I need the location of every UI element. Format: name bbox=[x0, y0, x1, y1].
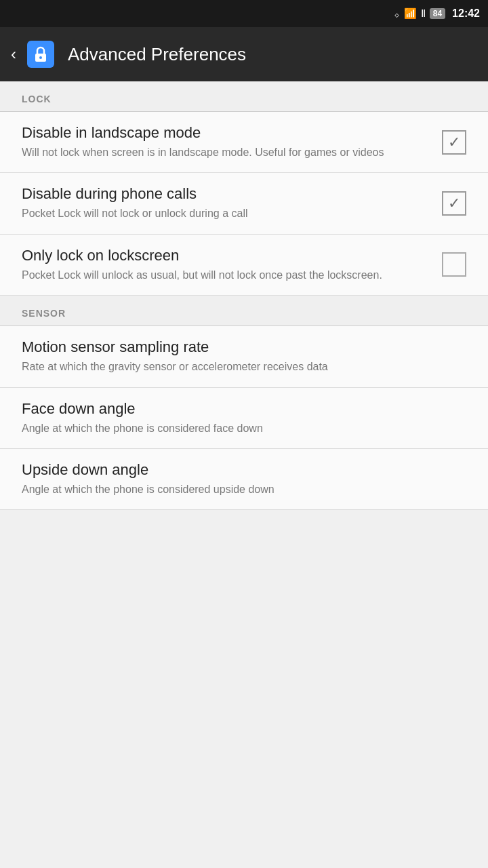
svg-point-1 bbox=[39, 56, 42, 59]
signal-icon: Ⅱ bbox=[421, 7, 426, 20]
setting-title-face-down-angle: Face down angle bbox=[22, 400, 453, 418]
bluetooth-icon: ⬦ bbox=[394, 8, 400, 20]
checkbox-only-lockscreen[interactable] bbox=[442, 252, 466, 277]
checkmark-disable-calls: ✓ bbox=[448, 195, 460, 212]
setting-subtitle-upside-down-angle: Angle at which the phone is considered u… bbox=[22, 482, 453, 497]
status-bar: ⬦ 📶 Ⅱ 84 12:42 bbox=[0, 0, 488, 27]
setting-title-disable-calls: Disable during phone calls bbox=[22, 185, 428, 203]
setting-title-motion-sampling: Motion sensor sampling rate bbox=[22, 338, 453, 356]
setting-face-down-angle[interactable]: Face down angle Angle at which the phone… bbox=[0, 388, 488, 449]
setting-only-lockscreen[interactable]: Only lock on lockscreen Pocket Lock will… bbox=[0, 235, 488, 296]
section-header-sensor: SENSOR bbox=[0, 296, 488, 326]
setting-text-motion-sampling: Motion sensor sampling rate Rate at whic… bbox=[22, 338, 466, 374]
checkbox-disable-landscape[interactable]: ✓ bbox=[442, 130, 466, 155]
setting-subtitle-disable-landscape: Will not lock when screen is in landscap… bbox=[22, 145, 428, 160]
setting-disable-landscape[interactable]: Disable in landscape mode Will not lock … bbox=[0, 112, 488, 173]
checkbox-disable-calls[interactable]: ✓ bbox=[442, 191, 466, 216]
setting-text-disable-calls: Disable during phone calls Pocket Lock w… bbox=[22, 185, 442, 221]
setting-subtitle-disable-calls: Pocket Lock will not lock or unlock duri… bbox=[22, 206, 428, 221]
setting-subtitle-face-down-angle: Angle at which the phone is considered f… bbox=[22, 421, 453, 436]
back-button[interactable]: ‹ bbox=[11, 45, 16, 64]
content-area: LOCK Disable in landscape mode Will not … bbox=[0, 81, 488, 510]
setting-title-only-lockscreen: Only lock on lockscreen bbox=[22, 247, 428, 264]
battery-level: 84 bbox=[430, 8, 445, 19]
setting-subtitle-motion-sampling: Rate at which the gravity sensor or acce… bbox=[22, 359, 453, 374]
status-time: 12:42 bbox=[452, 7, 480, 20]
setting-text-only-lockscreen: Only lock on lockscreen Pocket Lock will… bbox=[22, 247, 442, 283]
setting-text-disable-landscape: Disable in landscape mode Will not lock … bbox=[22, 124, 442, 160]
checkmark-disable-landscape: ✓ bbox=[448, 134, 460, 151]
section-header-lock: LOCK bbox=[0, 81, 488, 111]
setting-disable-calls[interactable]: Disable during phone calls Pocket Lock w… bbox=[0, 173, 488, 234]
wifi-icon: 📶 bbox=[404, 7, 417, 20]
setting-text-face-down-angle: Face down angle Angle at which the phone… bbox=[22, 400, 466, 436]
setting-title-disable-landscape: Disable in landscape mode bbox=[22, 124, 428, 142]
app-bar: ‹ Advanced Preferences bbox=[0, 27, 488, 81]
setting-motion-sampling[interactable]: Motion sensor sampling rate Rate at whic… bbox=[0, 326, 488, 387]
setting-title-upside-down-angle: Upside down angle bbox=[22, 461, 453, 479]
setting-upside-down-angle[interactable]: Upside down angle Angle at which the pho… bbox=[0, 449, 488, 510]
app-bar-title: Advanced Preferences bbox=[68, 44, 246, 65]
app-icon bbox=[27, 41, 54, 68]
setting-subtitle-only-lockscreen: Pocket Lock will unlock as usual, but wi… bbox=[22, 268, 428, 283]
status-icons: ⬦ 📶 Ⅱ 84 12:42 bbox=[394, 7, 480, 20]
setting-text-upside-down-angle: Upside down angle Angle at which the pho… bbox=[22, 461, 466, 497]
